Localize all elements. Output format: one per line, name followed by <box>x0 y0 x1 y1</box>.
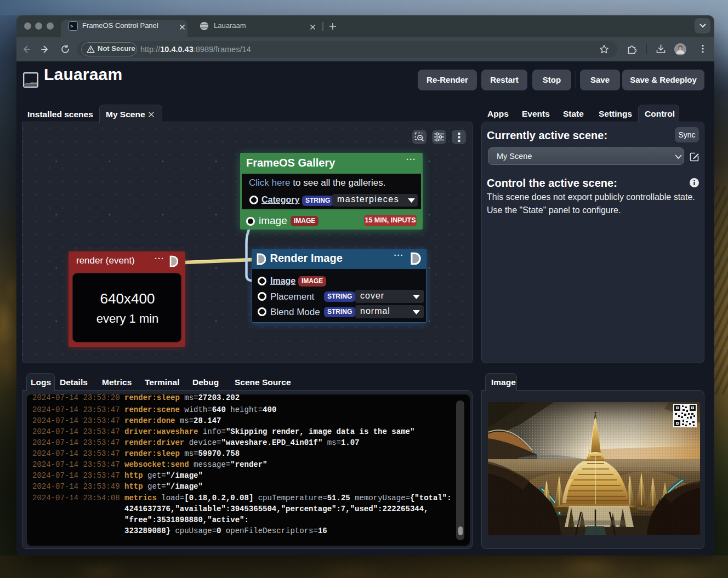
svg-text:>: > <box>70 24 73 30</box>
